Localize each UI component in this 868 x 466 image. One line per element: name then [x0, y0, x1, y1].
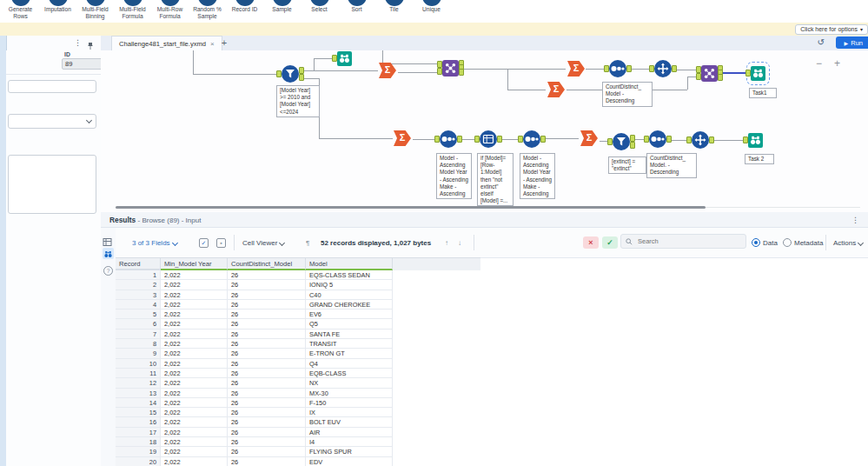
tool-sample-2[interactable]	[692, 131, 709, 149]
connection-wire[interactable]	[193, 74, 281, 75]
table-cell[interactable]: I4	[306, 437, 393, 447]
column-header-min-model-year[interactable]: Min_Model Year	[161, 258, 228, 270]
table-cell[interactable]: 2,022	[161, 280, 228, 290]
table-cell[interactable]: 18	[116, 437, 161, 447]
input-anchor[interactable]	[649, 65, 654, 72]
palette-tool-multi-row-formula[interactable]: Multi-Row Formula	[151, 0, 189, 23]
table-cell[interactable]: 26	[228, 300, 306, 310]
config-textarea[interactable]	[8, 155, 96, 214]
tool-join-1[interactable]	[442, 60, 459, 77]
connection-wire[interactable]	[314, 58, 315, 70]
tool-sort-1[interactable]	[609, 60, 626, 77]
browse-task1-annotation[interactable]: Task1	[749, 88, 777, 98]
tab-challenge481[interactable]: Challenge481_start_file.yxmd ×	[111, 36, 222, 51]
table-cell[interactable]: 2,022	[161, 457, 228, 466]
column-header-record[interactable]: Record	[116, 258, 161, 270]
table-cell[interactable]: E-TRON GT	[306, 349, 393, 358]
table-cell[interactable]: Q4	[306, 359, 393, 369]
input-anchor[interactable]	[607, 138, 613, 145]
table-cell[interactable]: 5	[116, 310, 161, 319]
tool-summarize-1[interactable]: Σ	[379, 63, 396, 78]
table-row[interactable]: 112,02226EQB-CLASS	[116, 369, 480, 378]
table-cell[interactable]: 2,022	[161, 417, 228, 427]
table-cell[interactable]: IX	[306, 408, 393, 417]
table-cell[interactable]: 26	[228, 417, 306, 427]
zoom-in-button[interactable]: +	[834, 57, 852, 70]
output-anchor[interactable]	[718, 74, 723, 81]
table-cell[interactable]: 11	[116, 369, 161, 378]
fields-checkbox-icon[interactable]: ✓	[199, 228, 209, 257]
sort-4-annotation[interactable]: CountDistinct_ Model. - Descending	[646, 153, 697, 178]
table-row[interactable]: 202,02226EDV	[116, 457, 480, 466]
input-anchor[interactable]	[696, 73, 701, 80]
table-cell[interactable]: 26	[228, 339, 306, 349]
table-cell[interactable]: 17	[116, 428, 161, 437]
table-cell[interactable]: 26	[228, 447, 306, 456]
table-cell[interactable]: 2,022	[161, 378, 228, 388]
input-anchor[interactable]	[437, 68, 442, 75]
table-cell[interactable]: 26	[228, 428, 306, 437]
table-cell[interactable]: GRAND CHEROKEE	[306, 300, 393, 310]
table-cell[interactable]: 2,022	[161, 349, 228, 358]
output-anchor[interactable]	[411, 135, 416, 142]
table-cell[interactable]: 6	[116, 319, 161, 329]
palette-tool-random-sample[interactable]: Random % Sample	[189, 0, 226, 23]
id-field-value[interactable]: 89	[62, 58, 103, 70]
table-cell[interactable]: 2,022	[161, 428, 228, 437]
table-row[interactable]: 42,02226GRAND CHEROKEE	[116, 300, 480, 310]
pilcrow-icon[interactable]: ¶	[306, 228, 309, 257]
search-input[interactable]	[636, 236, 735, 246]
table-row[interactable]: 162,02226BOLT EUV	[116, 417, 480, 427]
input-anchor[interactable]	[686, 136, 692, 143]
cell-viewer-dropdown[interactable]: Cell Viewer	[242, 228, 284, 257]
table-row[interactable]: 72,02226SANTA FE	[116, 330, 480, 339]
scroll-down-icon[interactable]: ↓	[458, 228, 461, 257]
output-anchor[interactable]	[626, 65, 632, 72]
options-button[interactable]: Click here for options ▾	[795, 24, 868, 35]
table-cell[interactable]: 26	[228, 437, 306, 447]
input-anchor[interactable]	[276, 70, 282, 77]
table-row[interactable]: 142,02226F-150	[116, 398, 480, 408]
table-row[interactable]: 122,02226NX	[116, 378, 480, 388]
browse-task2-annotation[interactable]: Task 2	[745, 154, 774, 164]
sort-3-annotation[interactable]: Model - Ascending Model Year - Ascending…	[520, 153, 555, 199]
table-cell[interactable]: 26	[228, 369, 306, 378]
output-anchor[interactable]	[540, 136, 546, 143]
palette-tool-tile[interactable]: Tile	[375, 0, 413, 23]
filter-model-year-annotation[interactable]: [Model Year] >= 2010 and [Model Year] <=…	[276, 85, 320, 117]
grid-options-icon[interactable]: ▪	[216, 228, 226, 257]
table-cell[interactable]: NX	[306, 378, 393, 388]
table-cell[interactable]: 26	[228, 270, 306, 280]
data-radio[interactable]: Data	[752, 228, 778, 257]
palette-tool-record-id[interactable]: Record ID	[226, 0, 263, 23]
table-cell[interactable]: 2,022	[161, 319, 228, 329]
fields-dropdown[interactable]: 3 of 3 Fields	[132, 228, 177, 257]
table-cell[interactable]: 2,022	[161, 270, 228, 280]
input-anchor[interactable]	[743, 136, 748, 143]
table-cell[interactable]: F-150	[306, 398, 393, 408]
input-anchor[interactable]	[604, 65, 609, 72]
table-cell[interactable]: 26	[228, 349, 306, 358]
table-cell[interactable]: 19	[116, 447, 161, 456]
table-row[interactable]: 92,02226E-TRON GT	[116, 349, 480, 358]
table-cell[interactable]: 15	[116, 408, 161, 417]
palette-tool-multi-field-formula[interactable]: Multi-Field Formula	[114, 0, 151, 23]
table-cell[interactable]: 2,022	[161, 339, 228, 349]
tool-summarize-3[interactable]: Σ	[547, 82, 565, 97]
table-cell[interactable]: EQB-CLASS	[306, 369, 393, 378]
search-box[interactable]	[620, 234, 746, 249]
table-cell[interactable]: 4	[116, 300, 161, 310]
results-kebab-icon[interactable]: ⋮	[851, 212, 859, 228]
table-cell[interactable]: 13	[116, 389, 161, 398]
table-cell[interactable]: 2	[116, 280, 161, 290]
metadata-radio[interactable]: Metadata	[783, 228, 823, 257]
table-row[interactable]: 152,02226IX	[116, 408, 480, 417]
tool-sort-2[interactable]	[440, 130, 457, 148]
tool-sample-1[interactable]	[654, 60, 672, 77]
table-cell[interactable]: 2,022	[161, 389, 228, 398]
table-cell[interactable]: EV6	[306, 310, 393, 319]
table-cell[interactable]: MX-30	[306, 389, 393, 398]
selected-connection-wire[interactable]	[719, 72, 747, 74]
table-row[interactable]: 192,02226FLYING SPUR	[116, 447, 480, 456]
table-cell[interactable]: 1	[116, 270, 161, 280]
